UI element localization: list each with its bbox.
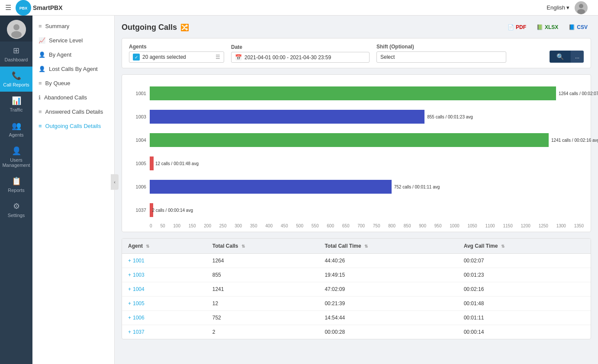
- agent-link-1003[interactable]: + 1003: [128, 272, 200, 278]
- chart-label-1005: 1005: [129, 161, 146, 166]
- sidebar-item-settings[interactable]: ⚙ Settings: [0, 197, 32, 222]
- sub-sidebar-item-by-agent[interactable]: 👤 By Agent: [32, 48, 114, 62]
- x-axis-label: 1300: [556, 224, 566, 228]
- language-dropdown-icon: ▾: [566, 4, 569, 11]
- sub-sidebar-item-answered-calls-details[interactable]: ≡ Answered Calls Details: [32, 105, 114, 119]
- chart-bar-label-1001: 1264 calls / 00:02:07 avg: [559, 91, 598, 96]
- language-selector[interactable]: English ▾: [547, 4, 569, 11]
- cell-total-call-time-1004: 47:02:09: [318, 282, 457, 297]
- abandoned-calls-icon: ℹ: [39, 94, 41, 101]
- x-axis-label: 350: [250, 224, 257, 228]
- sidebar-item-call-reports[interactable]: 📞 Call Reports: [0, 67, 32, 92]
- export-csv-button[interactable]: 📘 CSV: [565, 22, 591, 32]
- expand-icon-1005[interactable]: +: [128, 300, 131, 307]
- x-axis-label: 250: [219, 224, 227, 228]
- cell-total-calls-1001: 1264: [206, 254, 319, 268]
- x-axis-label: 800: [388, 224, 395, 228]
- expand-icon-1006[interactable]: +: [128, 315, 131, 321]
- search-button[interactable]: 🔍: [550, 51, 571, 63]
- export-pdf-button[interactable]: 📄 PDF: [504, 22, 530, 32]
- cell-avg-call-time-1006: 00:01:11: [458, 311, 591, 325]
- user-avatar[interactable]: [575, 1, 588, 14]
- main-content: Outgoing Calls 🔀 📄 PDF 📗 XLSX 📘 CSV: [115, 16, 598, 364]
- sub-sidebar-item-summary[interactable]: ≡ Summary: [32, 19, 114, 33]
- cell-total-calls-1003: 855: [206, 268, 319, 282]
- agent-link-1004[interactable]: + 1004: [128, 286, 200, 292]
- sub-sidebar-label-summary: Summary: [45, 23, 70, 29]
- sidebar-item-dashboard[interactable]: ⊞ Dashboard: [0, 42, 32, 67]
- csv-icon: 📘: [569, 24, 575, 30]
- agent-link-1005[interactable]: + 1005: [128, 300, 200, 307]
- sub-sidebar-item-abandoned-calls[interactable]: ℹ Abandoned Calls: [32, 90, 114, 105]
- cell-agent-1003: + 1003: [122, 268, 206, 282]
- col-total-calls-sort-icon[interactable]: ⇅: [241, 244, 245, 249]
- date-filter-label: Date: [231, 44, 370, 50]
- expand-icon-1037[interactable]: +: [128, 329, 131, 335]
- date-filter-input[interactable]: 📅 2021-04-01 00:00 - 2021-04-30 23:59: [231, 52, 370, 63]
- svg-point-4: [577, 9, 585, 14]
- sub-sidebar-item-by-queue[interactable]: ≡ By Queue: [32, 76, 114, 90]
- col-avg-call-time-sort-icon[interactable]: ⇅: [501, 244, 505, 249]
- agents-filter-input[interactable]: ✓ 20 agents selected ☰: [129, 51, 224, 63]
- cell-agent-1004: + 1004: [122, 282, 206, 297]
- sidebar-item-label-traffic: Traffic: [10, 107, 23, 112]
- agent-link-1001[interactable]: + 1001: [128, 258, 200, 264]
- sub-sidebar-label-abandoned-calls: Abandoned Calls: [44, 94, 87, 101]
- sidebar-item-users-management[interactable]: 👤 Users Management: [0, 142, 32, 172]
- x-axis-label: 1100: [485, 224, 495, 228]
- table-row: + 1005 12 00:21:39 00:01:48: [122, 297, 591, 311]
- chart-label-1006: 1006: [129, 184, 146, 189]
- col-total-call-time-sort-icon[interactable]: ⇅: [364, 244, 368, 249]
- agents-checkbox[interactable]: ✓: [133, 54, 140, 61]
- sub-sidebar-item-service-level[interactable]: 📈 Service Level: [32, 33, 114, 48]
- traffic-icon: 📊: [12, 96, 21, 105]
- csv-label: CSV: [577, 24, 588, 30]
- sidebar-item-reports[interactable]: 📋 Reports: [0, 172, 32, 197]
- chart-bar-label-1003: 855 calls / 00:01:23 avg: [427, 115, 473, 119]
- hamburger-icon[interactable]: ☰: [5, 3, 11, 12]
- cell-agent-1037: + 1037: [122, 325, 206, 339]
- chart-row-1001: 1001 1264 calls / 00:02:07 avg: [129, 82, 584, 105]
- answered-calls-icon: ≡: [39, 109, 42, 115]
- expand-icon-1004[interactable]: +: [128, 286, 131, 292]
- col-agent: Agent ⇅: [122, 239, 206, 254]
- col-agent-sort-icon[interactable]: ⇅: [146, 244, 149, 249]
- sub-sidebar-item-outgoing-calls-details[interactable]: ≡ Outgoing Calls Details: [32, 119, 114, 133]
- users-management-icon: 👤: [12, 146, 21, 156]
- filter-actions: 🔍 ...: [550, 51, 584, 63]
- agents-menu-icon[interactable]: ☰: [215, 54, 220, 60]
- date-value-text: 2021-04-01 00:00 - 2021-04-30 23:59: [244, 54, 366, 61]
- chart-bar-label-1037: 2 calls / 00:00:14 avg: [152, 208, 193, 213]
- table-body: + 1001 1264 44:40:26 00:02:07 + 1003 855…: [122, 254, 591, 339]
- x-axis-label: 650: [342, 224, 350, 228]
- cell-total-call-time-1003: 19:49:15: [318, 268, 457, 282]
- shift-select[interactable]: Select: [376, 51, 506, 63]
- chart-row-1006: 1006 752 calls / 00:01:11 avg: [129, 175, 584, 198]
- col-total-call-time: Total Call Time ⇅: [318, 239, 457, 254]
- agent-link-1006[interactable]: + 1006: [128, 315, 200, 321]
- x-axis-label: 50: [160, 224, 165, 228]
- sub-sidebar-item-lost-calls-by-agent[interactable]: 👤 Lost Calls By Agent: [32, 62, 114, 76]
- sidebar-item-label-reports: Reports: [8, 188, 25, 193]
- cell-avg-call-time-1037: 00:00:14: [458, 325, 591, 339]
- collapse-sidebar-button[interactable]: ‹: [111, 174, 115, 190]
- more-options-button[interactable]: ...: [571, 51, 584, 63]
- topbar: ☰ PBX SmartPBX English ▾: [0, 0, 598, 16]
- logo: PBX SmartPBX: [16, 0, 62, 16]
- expand-icon-1003[interactable]: +: [128, 272, 131, 278]
- chart-bar-label-1005: 12 calls / 00:01:48 avg: [155, 161, 199, 166]
- cell-total-calls-1004: 1241: [206, 282, 319, 297]
- sub-sidebar-label-lost-calls-by-agent: Lost Calls By Agent: [49, 66, 98, 72]
- sidebar-item-agents[interactable]: 👥 Agents: [0, 117, 32, 142]
- sidebar-item-traffic[interactable]: 📊 Traffic: [0, 92, 32, 117]
- table-row: + 1003 855 19:49:15 00:01:23: [122, 268, 591, 282]
- table-row: + 1037 2 00:00:28 00:00:14: [122, 325, 591, 339]
- sub-sidebar-label-answered-calls-details: Answered Calls Details: [45, 109, 103, 115]
- export-xlsx-button[interactable]: 📗 XLSX: [533, 22, 562, 32]
- x-axis-label: 1150: [503, 224, 513, 228]
- x-axis-label: 150: [189, 224, 196, 228]
- shift-filter-label: Shift (Optional): [376, 44, 506, 50]
- agent-link-1037[interactable]: + 1037: [128, 329, 200, 335]
- expand-icon-1001[interactable]: +: [128, 258, 131, 264]
- chart-bar-label-1004: 1241 calls / 00:02:16 avg: [551, 138, 598, 143]
